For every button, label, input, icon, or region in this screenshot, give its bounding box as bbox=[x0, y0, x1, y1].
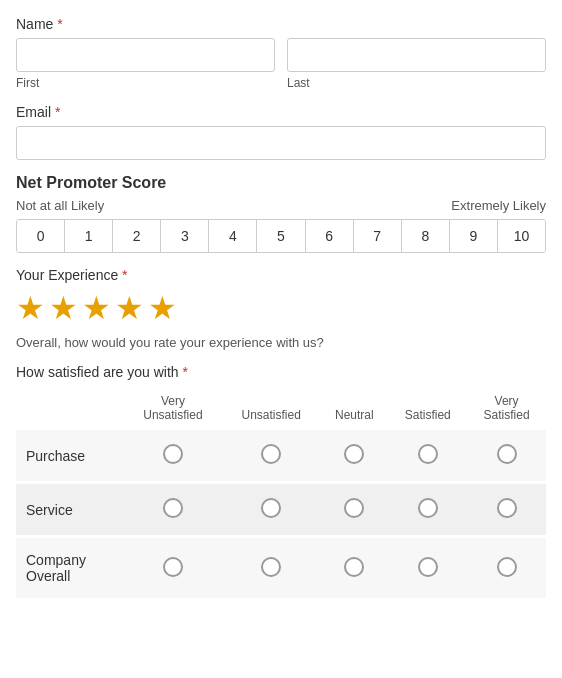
experience-field-group: Your Experience * ★ ★ ★ ★ ★ Overall, how… bbox=[16, 267, 546, 350]
email-input[interactable] bbox=[16, 126, 546, 160]
satisfaction-header-row: VeryUnsatisfied Unsatisfied Neutral Sati… bbox=[16, 390, 546, 430]
purchase-satisfied[interactable] bbox=[388, 430, 467, 483]
service-neutral[interactable] bbox=[320, 483, 388, 537]
satisfaction-table: VeryUnsatisfied Unsatisfied Neutral Sati… bbox=[16, 390, 546, 601]
name-label: Name * bbox=[16, 16, 546, 32]
company-very-satisfied[interactable] bbox=[467, 537, 546, 600]
star-5[interactable]: ★ bbox=[148, 289, 177, 327]
first-label: First bbox=[16, 76, 275, 90]
stars-row: ★ ★ ★ ★ ★ bbox=[16, 289, 546, 327]
nps-3[interactable]: 3 bbox=[161, 220, 209, 252]
first-name-col: First bbox=[16, 38, 275, 90]
radio-company-very-unsatisfied[interactable] bbox=[163, 557, 183, 577]
purchase-neutral[interactable] bbox=[320, 430, 388, 483]
row-label-service: Service bbox=[16, 483, 124, 537]
nps-8[interactable]: 8 bbox=[402, 220, 450, 252]
nps-7[interactable]: 7 bbox=[354, 220, 402, 252]
experience-label: Your Experience * bbox=[16, 267, 546, 283]
nps-title: Net Promoter Score bbox=[16, 174, 546, 192]
row-label-company: CompanyOverall bbox=[16, 537, 124, 600]
radio-service-satisfied[interactable] bbox=[418, 498, 438, 518]
radio-service-very-unsatisfied[interactable] bbox=[163, 498, 183, 518]
experience-question: Overall, how would you rate your experie… bbox=[16, 335, 546, 350]
col-header-empty bbox=[16, 390, 124, 430]
service-very-unsatisfied[interactable] bbox=[124, 483, 222, 537]
col-header-very-satisfied: VerySatisfied bbox=[467, 390, 546, 430]
service-satisfied[interactable] bbox=[388, 483, 467, 537]
radio-purchase-neutral[interactable] bbox=[344, 444, 364, 464]
radio-purchase-unsatisfied[interactable] bbox=[261, 444, 281, 464]
star-3[interactable]: ★ bbox=[82, 289, 111, 327]
first-name-input[interactable] bbox=[16, 38, 275, 72]
nps-row: 0 1 2 3 4 5 6 7 8 9 10 bbox=[16, 219, 546, 253]
company-unsatisfied[interactable] bbox=[222, 537, 320, 600]
radio-company-neutral[interactable] bbox=[344, 557, 364, 577]
col-header-satisfied: Satisfied bbox=[388, 390, 467, 430]
service-unsatisfied[interactable] bbox=[222, 483, 320, 537]
nps-left-label: Not at all Likely bbox=[16, 198, 104, 213]
last-name-col: Last bbox=[287, 38, 546, 90]
purchase-very-satisfied[interactable] bbox=[467, 430, 546, 483]
radio-service-unsatisfied[interactable] bbox=[261, 498, 281, 518]
email-field-group: Email * bbox=[16, 104, 546, 160]
nps-labels: Not at all Likely Extremely Likely bbox=[16, 198, 546, 213]
nps-10[interactable]: 10 bbox=[498, 220, 545, 252]
row-label-purchase: Purchase bbox=[16, 430, 124, 483]
col-header-unsatisfied: Unsatisfied bbox=[222, 390, 320, 430]
last-name-input[interactable] bbox=[287, 38, 546, 72]
nps-2[interactable]: 2 bbox=[113, 220, 161, 252]
satisfaction-row-service: Service bbox=[16, 483, 546, 537]
radio-company-unsatisfied[interactable] bbox=[261, 557, 281, 577]
nps-right-label: Extremely Likely bbox=[451, 198, 546, 213]
radio-purchase-very-unsatisfied[interactable] bbox=[163, 444, 183, 464]
star-2[interactable]: ★ bbox=[49, 289, 78, 327]
nps-6[interactable]: 6 bbox=[306, 220, 354, 252]
satisfaction-row-company: CompanyOverall bbox=[16, 537, 546, 600]
radio-purchase-very-satisfied[interactable] bbox=[497, 444, 517, 464]
col-header-neutral: Neutral bbox=[320, 390, 388, 430]
nps-1[interactable]: 1 bbox=[65, 220, 113, 252]
name-required: * bbox=[57, 16, 62, 32]
purchase-unsatisfied[interactable] bbox=[222, 430, 320, 483]
name-field-group: Name * First Last bbox=[16, 16, 546, 90]
star-1[interactable]: ★ bbox=[16, 289, 45, 327]
nps-9[interactable]: 9 bbox=[450, 220, 498, 252]
email-required: * bbox=[55, 104, 60, 120]
radio-service-very-satisfied[interactable] bbox=[497, 498, 517, 518]
purchase-very-unsatisfied[interactable] bbox=[124, 430, 222, 483]
email-label: Email * bbox=[16, 104, 546, 120]
company-satisfied[interactable] bbox=[388, 537, 467, 600]
nps-0[interactable]: 0 bbox=[17, 220, 65, 252]
satisfaction-required: * bbox=[183, 364, 188, 380]
last-label: Last bbox=[287, 76, 546, 90]
nps-5[interactable]: 5 bbox=[257, 220, 305, 252]
nps-4[interactable]: 4 bbox=[209, 220, 257, 252]
star-4[interactable]: ★ bbox=[115, 289, 144, 327]
experience-required: * bbox=[122, 267, 127, 283]
service-very-satisfied[interactable] bbox=[467, 483, 546, 537]
satisfaction-title: How satisfied are you with * bbox=[16, 364, 546, 380]
satisfaction-field-group: How satisfied are you with * VeryUnsatis… bbox=[16, 364, 546, 601]
radio-company-very-satisfied[interactable] bbox=[497, 557, 517, 577]
col-header-very-unsatisfied: VeryUnsatisfied bbox=[124, 390, 222, 430]
company-neutral[interactable] bbox=[320, 537, 388, 600]
company-very-unsatisfied[interactable] bbox=[124, 537, 222, 600]
satisfaction-row-purchase: Purchase bbox=[16, 430, 546, 483]
radio-company-satisfied[interactable] bbox=[418, 557, 438, 577]
nps-field-group: Net Promoter Score Not at all Likely Ext… bbox=[16, 174, 546, 253]
radio-service-neutral[interactable] bbox=[344, 498, 364, 518]
name-row: First Last bbox=[16, 38, 546, 90]
radio-purchase-satisfied[interactable] bbox=[418, 444, 438, 464]
